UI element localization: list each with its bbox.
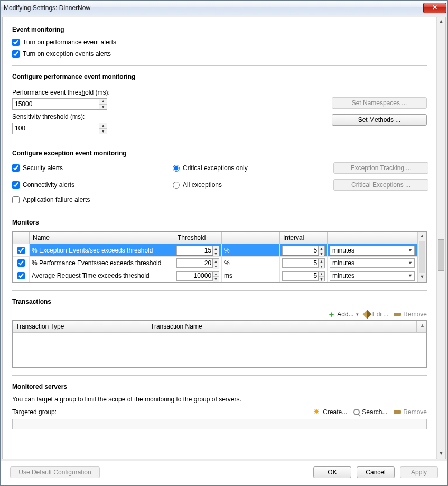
threshold-input[interactable]: [177, 259, 212, 267]
perf-threshold-spinner[interactable]: ▲ ▼: [12, 98, 107, 110]
col-transaction-name[interactable]: Transaction Name: [147, 321, 417, 332]
threshold-input[interactable]: [177, 272, 212, 280]
security-alerts-row[interactable]: Security alerts: [12, 164, 160, 172]
all-exceptions-label: All exceptions: [183, 181, 222, 189]
exception-tracking-button: Exception Tracking ...: [333, 162, 428, 174]
critical-only-label: Critical exceptions only: [183, 164, 248, 172]
threshold-spinner[interactable]: ▲▼: [176, 246, 219, 255]
sensitivity-input[interactable]: [13, 123, 99, 134]
exc-alerts-checkbox-row[interactable]: Turn on exception events alerts: [12, 50, 427, 58]
dialog-button-bar: Use Default Configuration OK Cancel Appl…: [1, 461, 447, 485]
spinner-up-icon[interactable]: ▲: [213, 246, 219, 251]
scroll-thumb[interactable]: [438, 239, 444, 271]
separator: [12, 375, 427, 376]
remove-transaction-button: Remove: [394, 311, 427, 318]
spinner-up-icon[interactable]: ▲: [319, 272, 324, 277]
threshold-unit: ms: [222, 269, 280, 282]
scroll-up-icon[interactable]: ▲: [437, 17, 445, 26]
spinner-down-icon[interactable]: ▼: [213, 251, 219, 256]
monitors-header-row: Name Threshold Interval: [13, 232, 417, 244]
chevron-down-icon[interactable]: ▼: [406, 248, 414, 253]
col-interval[interactable]: Interval: [280, 232, 328, 244]
monitor-row[interactable]: % Exception Events/sec exceeds threshold…: [13, 244, 417, 257]
monitor-enable-checkbox[interactable]: [17, 272, 25, 279]
security-alerts-label: Security alerts: [23, 164, 63, 172]
critical-only-row[interactable]: Critical exceptions only: [173, 164, 321, 172]
use-default-button: Use Default Configuration: [10, 466, 100, 478]
critical-exceptions-button: Critical Exceptions ...: [333, 179, 428, 191]
scroll-down-icon[interactable]: ▼: [437, 450, 445, 459]
monitor-row[interactable]: Average Request Time exceeds threshold▲▼…: [13, 269, 417, 282]
connectivity-alerts-row[interactable]: Connectivity alerts: [12, 181, 160, 189]
col-name[interactable]: Name: [30, 232, 174, 244]
targeted-group-label: Targeted group:: [12, 408, 57, 416]
critical-only-radio[interactable]: [173, 165, 180, 172]
interval-spinner[interactable]: ▲▼: [282, 271, 325, 281]
targeted-group-input[interactable]: [12, 419, 427, 429]
security-alerts-checkbox[interactable]: [12, 164, 20, 172]
ok-button[interactable]: OK: [313, 466, 351, 478]
scroll-down-icon[interactable]: ▼: [418, 273, 426, 282]
close-button[interactable]: ✕: [423, 3, 446, 13]
interval-spinner[interactable]: ▲▼: [282, 258, 325, 268]
connectivity-alerts-checkbox[interactable]: [12, 181, 20, 189]
spinner-up-icon[interactable]: ▲: [99, 123, 107, 129]
perf-threshold-label: Performance event threshold (ms):: [12, 89, 319, 96]
main-scrollbar[interactable]: ▲ ▼: [436, 17, 445, 459]
scroll-thumb[interactable]: [419, 241, 425, 273]
spinner-up-icon[interactable]: ▲: [213, 259, 219, 264]
monitor-row[interactable]: % Performance Events/sec exceeds thresho…: [13, 257, 417, 269]
sensitivity-spinner[interactable]: ▲ ▼: [12, 123, 107, 134]
monitored-servers-description: You can target a group to limit the scop…: [12, 396, 427, 403]
interval-input[interactable]: [283, 259, 318, 267]
threshold-spinner[interactable]: ▲▼: [176, 271, 219, 281]
interval-unit-select[interactable]: minutes▼: [330, 271, 415, 281]
chevron-down-icon[interactable]: ▼: [406, 260, 414, 266]
set-namespaces-button: Set Namespaces ...: [332, 97, 427, 109]
monitor-enable-checkbox[interactable]: [17, 247, 25, 254]
cancel-button[interactable]: Cancel: [357, 466, 395, 478]
all-exceptions-radio[interactable]: [173, 182, 180, 189]
settings-dialog: Modifying Settings: DinnerNow ✕ Event mo…: [0, 0, 448, 486]
separator: [12, 290, 427, 291]
spinner-down-icon[interactable]: ▼: [319, 277, 324, 282]
set-methods-button[interactable]: Set Methods ...: [332, 114, 427, 126]
spinner-up-icon[interactable]: ▲: [99, 99, 107, 105]
appfail-alerts-row[interactable]: Application failure alerts: [12, 196, 160, 203]
interval-input[interactable]: [283, 272, 318, 280]
appfail-alerts-checkbox[interactable]: [12, 196, 20, 203]
interval-unit-select[interactable]: minutes▼: [330, 246, 415, 255]
exc-alerts-checkbox[interactable]: [12, 50, 20, 58]
spinner-up-icon[interactable]: ▲: [213, 272, 219, 277]
spinner-down-icon[interactable]: ▼: [319, 264, 324, 269]
threshold-spinner[interactable]: ▲▼: [176, 258, 219, 268]
scroll-up-icon[interactable]: ▲: [418, 232, 426, 241]
interval-unit-select[interactable]: minutes▼: [330, 258, 415, 268]
spinner-up-icon[interactable]: ▲: [319, 246, 324, 251]
spinner-down-icon[interactable]: ▼: [99, 105, 107, 110]
col-transaction-type[interactable]: Transaction Type: [13, 321, 147, 332]
spinner-down-icon[interactable]: ▼: [319, 251, 324, 256]
perf-alerts-checkbox-row[interactable]: Turn on performance event alerts: [12, 39, 427, 46]
add-transaction-button[interactable]: ＋ Add... ▾: [328, 311, 358, 318]
spinner-down-icon[interactable]: ▼: [99, 129, 107, 134]
perf-alerts-checkbox[interactable]: [12, 39, 20, 46]
separator: [12, 65, 427, 66]
monitor-enable-checkbox[interactable]: [17, 259, 25, 267]
perf-alerts-label: Turn on performance event alerts: [23, 39, 116, 46]
threshold-input[interactable]: [177, 246, 212, 255]
spinner-up-icon[interactable]: ▲: [319, 259, 324, 264]
sort-indicator-icon[interactable]: ▲: [417, 321, 426, 332]
interval-spinner[interactable]: ▲▼: [282, 246, 325, 255]
create-group-button[interactable]: ✸ Create...: [313, 408, 347, 416]
spinner-down-icon[interactable]: ▼: [213, 277, 219, 282]
perf-threshold-input[interactable]: [13, 99, 99, 109]
interval-input[interactable]: [283, 246, 318, 255]
spinner-down-icon[interactable]: ▼: [213, 264, 219, 269]
search-group-button[interactable]: Search...: [353, 408, 387, 416]
chevron-down-icon[interactable]: ▼: [406, 273, 414, 278]
col-threshold[interactable]: Threshold: [174, 232, 222, 244]
all-exceptions-row[interactable]: All exceptions: [173, 181, 321, 189]
monitors-table: Name Threshold Interval % Exception Even…: [12, 231, 427, 283]
monitors-scrollbar[interactable]: ▲ ▼: [417, 232, 426, 282]
